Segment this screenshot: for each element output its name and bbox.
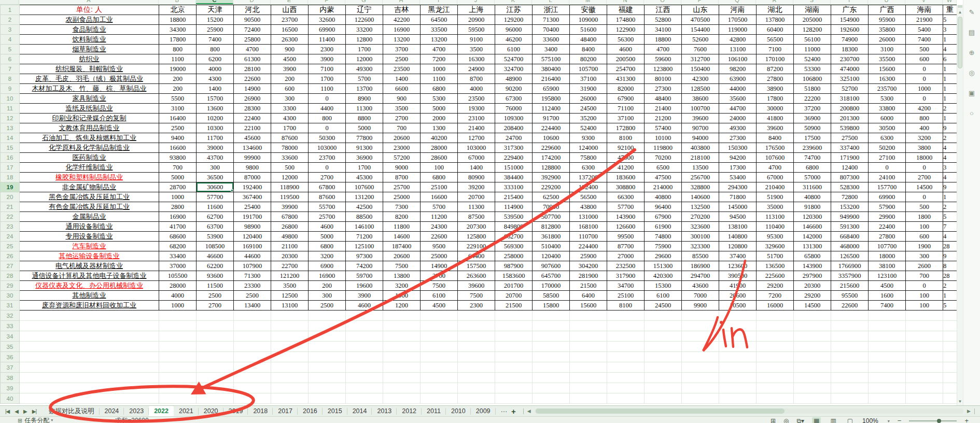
cell-partial[interactable]: 1 [943, 291, 957, 301]
cell[interactable]: 42500 [346, 202, 383, 212]
cell[interactable]: 26900 [234, 94, 271, 104]
cell[interactable] [719, 393, 757, 404]
cell[interactable] [197, 383, 234, 393]
cell[interactable]: 6300 [869, 133, 906, 143]
industry-label-cell[interactable]: 化学原料及化学制品制造业 [20, 143, 159, 153]
sheet-tab-2013[interactable]: 2013 [372, 406, 397, 417]
cell[interactable]: 3100 [869, 45, 906, 54]
industry-label-cell[interactable]: 专用设备制造业 [20, 232, 159, 242]
cell[interactable] [271, 373, 309, 383]
cell[interactable]: 51600 [570, 25, 607, 35]
cell[interactable]: 126500 [831, 251, 869, 261]
cell[interactable]: 229400 [495, 153, 533, 163]
cell[interactable]: 17500 [794, 133, 831, 143]
cell[interactable]: 56500 [757, 35, 794, 45]
cell[interactable] [906, 352, 943, 362]
cell[interactable]: 300 [906, 251, 943, 261]
province-header-cell[interactable]: 江西 [645, 5, 682, 15]
cell[interactable]: 528300 [831, 182, 869, 192]
scroll-left-icon[interactable]: ◀ [527, 408, 531, 414]
cell[interactable]: 19300 [458, 104, 495, 114]
cell[interactable] [533, 373, 570, 383]
cell[interactable] [20, 352, 159, 362]
cell[interactable]: 15800 [533, 301, 570, 311]
cell[interactable] [271, 352, 309, 362]
row-header[interactable]: 32 [1, 311, 20, 321]
cell[interactable] [20, 321, 159, 331]
cell[interactable]: 16000 [757, 301, 794, 311]
cell[interactable]: 123600 [719, 261, 757, 271]
cell[interactable]: 5000 [159, 173, 197, 182]
cell[interactable]: 200 [309, 281, 346, 291]
industry-label-cell[interactable]: 印刷业和记录媒介的复制 [20, 114, 159, 123]
cell[interactable]: 5000 [309, 232, 346, 242]
cell[interactable]: 21400 [645, 104, 682, 114]
cell[interactable]: 200 [159, 84, 197, 94]
cell[interactable]: 137200 [570, 173, 607, 182]
row-header[interactable]: 10 [1, 94, 20, 104]
cell[interactable] [869, 342, 906, 352]
cell[interactable]: 106100 [719, 54, 757, 64]
cell[interactable]: 91300 [346, 143, 383, 153]
cell[interactable] [831, 383, 869, 393]
cell[interactable] [794, 373, 831, 383]
column-header-R[interactable]: R [756, 0, 793, 4]
column-header-E[interactable]: E [271, 0, 308, 4]
cell[interactable]: 96400 [645, 202, 682, 212]
industry-label-cell[interactable]: 食品制造业 [20, 25, 159, 35]
cell[interactable]: 800 [906, 114, 943, 123]
cell[interactable]: 74800 [645, 232, 682, 242]
panel-tool-icon[interactable]: ▤ [969, 29, 975, 36]
cell[interactable]: 122600 [346, 15, 383, 25]
row-header[interactable]: 16 [1, 153, 20, 163]
cell[interactable]: 50900 [794, 123, 831, 133]
cell[interactable] [533, 342, 570, 352]
industry-label-cell[interactable]: 纺织业 [20, 54, 159, 64]
cell[interactable]: 172800 [607, 123, 645, 133]
cell[interactable]: 645700 [533, 271, 570, 281]
cell[interactable]: 64500 [421, 15, 458, 25]
sheet-tab-2012[interactable]: 2012 [397, 406, 422, 417]
cell[interactable]: 80900 [458, 173, 495, 182]
cell[interactable]: 229100 [458, 242, 495, 251]
cell[interactable]: 25900 [570, 251, 607, 261]
cell-partial[interactable]: 1 [943, 94, 957, 104]
sheet-tab-2015[interactable]: 2015 [323, 406, 347, 417]
cell[interactable] [346, 321, 383, 331]
cell-partial[interactable]: 4 [943, 45, 957, 54]
cell[interactable]: 800 [159, 45, 197, 54]
cell[interactable]: 0 [906, 281, 943, 291]
cell[interactable] [309, 393, 346, 404]
cell[interactable]: 123100 [869, 271, 906, 281]
cell[interactable] [906, 321, 943, 331]
cell[interactable] [309, 373, 346, 383]
cell[interactable]: 62500 [533, 192, 570, 202]
cell[interactable]: 8700 [458, 74, 495, 84]
cell[interactable]: 16900 [309, 271, 346, 281]
cell[interactable]: 14500 [906, 182, 943, 192]
cell[interactable]: 17300 [719, 163, 757, 173]
sheet-tab-2011[interactable]: 2011 [422, 406, 446, 417]
cell[interactable]: 119800 [645, 143, 682, 153]
cell[interactable]: 7600 [682, 45, 719, 54]
cell[interactable] [869, 362, 906, 373]
cell[interactable] [682, 373, 719, 383]
cell[interactable]: 66300 [607, 192, 645, 202]
cell[interactable]: 20300 [271, 251, 309, 261]
cell[interactable]: 19600 [346, 281, 383, 291]
cell[interactable]: 200500 [607, 54, 645, 64]
cell[interactable]: 70200 [645, 153, 682, 163]
cell[interactable]: 239600 [794, 143, 831, 153]
cell[interactable] [645, 383, 682, 393]
column-header-C[interactable]: C [196, 0, 233, 4]
cell[interactable]: 14900 [234, 84, 271, 94]
industry-label-cell[interactable]: 文教体育用品制造业 [20, 123, 159, 133]
cell[interactable]: 256700 [682, 173, 719, 182]
cell[interactable]: 400 [906, 123, 943, 133]
row-header[interactable]: 35 [1, 342, 20, 352]
cell[interactable]: 16900 [383, 25, 421, 35]
cell[interactable]: 108500 [197, 242, 234, 251]
cell[interactable]: 105700 [570, 64, 607, 74]
cell[interactable]: 8400 [757, 133, 794, 143]
cell[interactable]: 18000 [906, 153, 943, 163]
